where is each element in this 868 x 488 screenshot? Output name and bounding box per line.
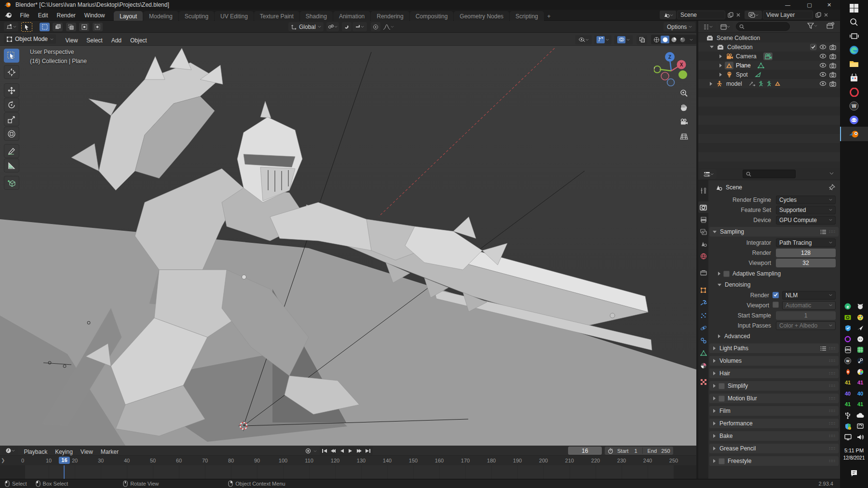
viewport-menu-select[interactable]: Select — [82, 34, 107, 47]
viewport-menu-add[interactable]: Add — [107, 34, 126, 47]
timeline-track[interactable] — [0, 465, 696, 479]
section-simplify[interactable]: Simplify∷∷ — [709, 381, 839, 391]
properties-tab-tool[interactable] — [698, 185, 708, 197]
taskbar-task-view-button[interactable] — [840, 29, 868, 43]
tool-select-box[interactable] — [4, 49, 19, 63]
pan-hand-icon[interactable] — [677, 101, 691, 114]
properties-tab-world[interactable] — [698, 251, 708, 262]
view-layer-field[interactable]: View Layer — [763, 11, 813, 19]
playhead-frame-chip[interactable]: 16 — [59, 457, 69, 464]
blender-menu-icon[interactable] — [4, 12, 13, 18]
outliner-display-mode-dropdown[interactable] — [718, 22, 733, 31]
proportional-edit-icon[interactable] — [371, 22, 380, 31]
shading-material-button[interactable] — [669, 36, 678, 43]
disable-render-icon[interactable] — [829, 63, 836, 68]
tray-origin-icon[interactable] — [841, 367, 854, 377]
tray-sensor-value[interactable]: 40 — [854, 389, 867, 398]
section-freestyle[interactable]: Freestyle∷∷ — [709, 456, 839, 466]
tray-sensor-value[interactable]: 40 — [841, 389, 854, 398]
overlays-dropdown[interactable] — [614, 35, 633, 44]
tray-color-wheel-icon[interactable] — [854, 367, 867, 377]
hide-eye-icon[interactable] — [819, 44, 827, 50]
disable-render-icon[interactable] — [829, 53, 836, 59]
active-tool-select-icon[interactable] — [21, 22, 32, 32]
tray-w-dark-icon[interactable]: W — [841, 356, 854, 366]
tray-discord-dot-icon[interactable] — [854, 334, 867, 344]
expand-arrow[interactable] — [719, 73, 722, 77]
section-film[interactable]: Film∷∷ — [709, 406, 839, 416]
workspace-tab-modeling[interactable]: Modeling — [143, 11, 178, 22]
outliner-row-camera[interactable]: Camera — [698, 52, 840, 61]
play-button[interactable] — [346, 447, 355, 455]
tray-sensor-value[interactable]: 41 — [854, 378, 867, 387]
new-collection-button[interactable] — [827, 22, 834, 29]
menu-window[interactable]: Window — [80, 10, 109, 21]
workspace-tab-shading[interactable]: Shading — [300, 11, 333, 22]
properties-tab-material[interactable] — [698, 360, 708, 371]
taskbar-clock[interactable]: 5:11 PM12/8/2021 — [840, 447, 868, 462]
expand-arrow[interactable] — [710, 82, 712, 86]
editor-type-3dview-icon[interactable] — [4, 22, 18, 31]
disable-render-icon[interactable] — [829, 72, 836, 78]
outliner-row-spot[interactable]: Spot — [698, 70, 840, 79]
minimize-button[interactable]: — — [777, 0, 799, 10]
camera-view-icon[interactable] — [677, 115, 691, 129]
viewport-menu-object[interactable]: Object — [126, 34, 151, 47]
tray-shield-blue-icon[interactable] — [841, 323, 854, 333]
properties-tab-scene[interactable] — [698, 238, 708, 250]
snap-settings-dropdown[interactable] — [353, 22, 367, 31]
tool-measure[interactable] — [4, 158, 19, 172]
select-mode-extend-button[interactable] — [53, 23, 63, 31]
tool-add-cube[interactable] — [4, 176, 19, 190]
workspace-tab-rendering[interactable]: Rendering — [371, 11, 409, 22]
add-workspace-button[interactable]: + — [544, 11, 554, 22]
section-sampling[interactable]: Sampling∷∷ — [709, 227, 839, 237]
zoom-icon[interactable] — [677, 86, 691, 100]
section-bake[interactable]: Bake∷∷ — [709, 431, 839, 441]
expand-arrow[interactable] — [719, 64, 722, 67]
menu-edit[interactable]: Edit — [34, 10, 53, 21]
prev-keyframe-button[interactable] — [329, 447, 338, 455]
workspace-tab-geometry-nodes[interactable]: Geometry Nodes — [454, 11, 509, 22]
proportional-falloff-dropdown[interactable] — [381, 22, 396, 31]
scene-unlink-icon[interactable] — [736, 13, 741, 17]
properties-tab-render[interactable] — [698, 201, 708, 213]
menu-render[interactable]: Render — [52, 10, 80, 21]
tray-defender-icon[interactable]: ! — [841, 422, 854, 431]
section-hair[interactable]: Hair∷∷ — [709, 369, 839, 378]
jump-to-end-button[interactable] — [364, 447, 372, 455]
tray-steam-icon[interactable] — [854, 356, 867, 366]
pin-icon[interactable] — [829, 184, 835, 190]
start-field[interactable]: Start 1 — [617, 448, 637, 454]
prop-dropdown[interactable]: NLM — [782, 291, 836, 300]
section-performance[interactable]: Performance∷∷ — [709, 419, 839, 428]
tool-transform[interactable] — [4, 127, 19, 141]
properties-tab-output[interactable] — [698, 214, 708, 225]
outliner-row-collection[interactable]: Collection — [698, 42, 840, 52]
disable-render-icon[interactable] — [829, 44, 836, 50]
tray-speaker-icon[interactable] — [854, 432, 867, 442]
properties-tab-collection[interactable] — [698, 267, 708, 278]
next-keyframe-button[interactable] — [355, 447, 364, 455]
prop-checkbox[interactable] — [773, 291, 779, 298]
outliner-row-plane[interactable]: Plane — [698, 61, 840, 70]
prop-slider[interactable]: 128 — [776, 249, 836, 257]
workspace-tab-scripting[interactable]: Scripting — [510, 11, 544, 22]
workspace-tab-sculpting[interactable]: Sculpting — [179, 11, 214, 22]
tray-app-light-icon[interactable] — [854, 302, 867, 311]
properties-filter-chevron[interactable] — [829, 172, 834, 175]
tray-wing-icon[interactable] — [854, 323, 867, 333]
taskbar-wacom-button[interactable]: W — [840, 99, 868, 113]
workspace-tab-texture-paint[interactable]: Texture Paint — [254, 11, 299, 22]
prop-dropdown[interactable]: Supported — [776, 206, 836, 214]
editor-type-properties-icon[interactable] — [700, 169, 717, 179]
timeline-ruler[interactable]: 0102030405060708090100110120130140150160… — [0, 456, 696, 465]
shading-wireframe-button[interactable] — [652, 36, 661, 43]
end-field[interactable]: End 250 — [648, 448, 670, 454]
tray-ring-purple-icon[interactable] — [841, 334, 854, 344]
taskbar-opera-button[interactable] — [840, 85, 868, 99]
jump-to-start-button[interactable] — [320, 447, 329, 455]
transform-orientation-dropdown[interactable]: Global — [288, 22, 324, 31]
section-volumes[interactable]: Volumes∷∷ — [709, 356, 839, 366]
tray-sensor-value[interactable]: 41 — [841, 378, 854, 387]
